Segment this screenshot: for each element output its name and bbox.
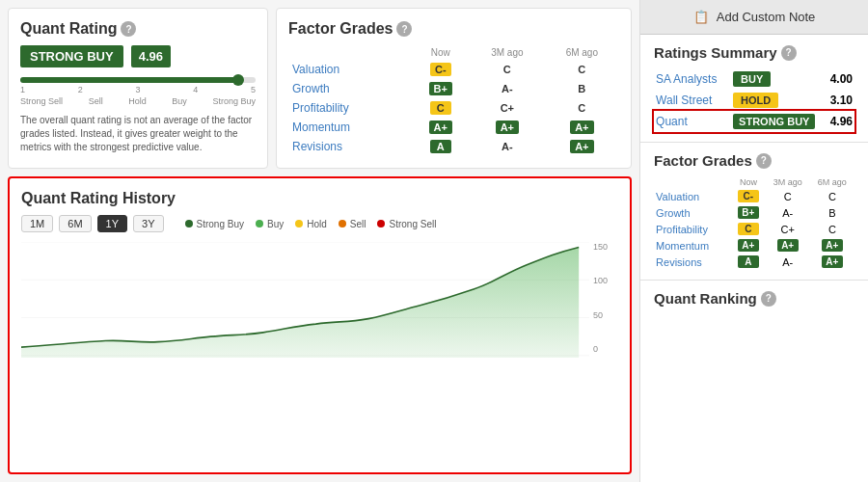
top-row: Quant Rating ? STRONG BUY 4.96 1 2 3	[8, 8, 632, 169]
factor-profitability[interactable]: Profitability	[288, 98, 411, 118]
grade-profit-now: C	[411, 98, 470, 118]
history-chart	[21, 242, 589, 358]
grades-col-6m: 6M ago	[545, 45, 620, 60]
strong-buy-sm-badge: STRONG BUY	[733, 114, 815, 129]
legend-strong-sell: Strong Sell	[377, 219, 436, 229]
main-layout: Quant Rating ? STRONG BUY 4.96 1 2 3	[0, 0, 868, 482]
hold-badge: HOLD	[733, 93, 778, 108]
table-row: Valuation C- C C	[288, 60, 619, 79]
quant-rating-card: Quant Rating ? STRONG BUY 4.96 1 2 3	[8, 8, 268, 169]
right-factor-momentum[interactable]: Momentum	[654, 237, 731, 254]
history-title: Quant Rating History	[21, 190, 618, 207]
grades-header-row: Now 3M ago 6M ago	[288, 45, 619, 60]
quant-badge-cell: STRONG BUY	[731, 111, 826, 132]
sa-analysts-row: SA Analysts BUY 4.00	[654, 68, 854, 90]
rating-slider[interactable]: 1 2 3 4 5 Strong Sell Sell Hold Buy Stro…	[20, 77, 256, 106]
period-1m-button[interactable]: 1M	[21, 215, 53, 232]
factor-growth[interactable]: Growth	[288, 79, 411, 98]
rating-badge-row: STRONG BUY 4.96	[20, 45, 256, 67]
factor-grades-card: Factor Grades ? Now 3M ago 6M ago	[276, 8, 632, 169]
period-6m-button[interactable]: 6M	[59, 215, 91, 232]
ratings-summary-label: Ratings Summary	[654, 44, 777, 61]
ratings-summary-help-icon[interactable]: ?	[781, 45, 797, 61]
hold-dot	[295, 220, 303, 228]
grades-col-3m: 3M ago	[470, 45, 544, 60]
right-factor-profitability[interactable]: Profitability	[654, 221, 731, 237]
add-custom-note-label: Add Custom Note	[717, 10, 816, 24]
table-row: Momentum A+ A+ A+	[288, 118, 619, 137]
grade-growth-6m: B	[545, 79, 620, 98]
ratings-summary-card: Ratings Summary ? SA Analysts BUY 4.00 W…	[640, 35, 868, 143]
quant-rating-title: Quant Rating ?	[20, 20, 256, 38]
table-row: Revisions A A- A+	[654, 254, 854, 270]
grade-growth-now: B+	[411, 79, 470, 98]
quant-ranking-title: Quant Ranking ?	[654, 290, 854, 307]
period-1y-button[interactable]: 1Y	[97, 215, 127, 232]
legend-hold: Hold	[295, 219, 327, 229]
table-row: Growth B+ A- B	[654, 204, 854, 221]
factor-grades-title: Factor Grades ?	[288, 20, 619, 38]
right-column: 📋 Add Custom Note Ratings Summary ? SA A…	[639, 0, 868, 482]
grade-rev-6m: A+	[545, 137, 620, 156]
right-factor-grades-card: Factor Grades ? Now 3M ago 6M ago Valuat…	[640, 143, 868, 281]
slider-thumb	[232, 74, 244, 86]
factor-momentum[interactable]: Momentum	[288, 118, 411, 137]
quant-ranking-label: Quant Ranking	[654, 290, 757, 307]
add-custom-note-button[interactable]: 📋 Add Custom Note	[640, 0, 868, 35]
right-factor-revisions[interactable]: Revisions	[654, 254, 731, 270]
ratings-summary-table: SA Analysts BUY 4.00 Wall Street HOLD 3.…	[654, 68, 854, 132]
right-grades-header: Now 3M ago 6M ago	[654, 176, 854, 188]
grade-rev-now: A	[411, 137, 470, 156]
quant-row: Quant STRONG BUY 4.96	[654, 111, 854, 132]
sa-analysts-score: 4.00	[826, 68, 854, 90]
right-factor-growth[interactable]: Growth	[654, 204, 731, 221]
table-row: Growth B+ A- B	[288, 79, 619, 98]
grade-growth-3m: A-	[470, 79, 544, 98]
grade-val-3m: C	[470, 60, 544, 79]
strong-buy-badge: STRONG BUY	[20, 45, 123, 67]
quant-ranking-card: Quant Ranking ?	[640, 281, 868, 482]
right-factor-grades-help-icon[interactable]: ?	[756, 153, 772, 169]
chart-area: 150 100 50 0	[21, 242, 618, 358]
slider-sublabels: Strong Sell Sell Hold Buy Strong Buy	[20, 96, 256, 106]
quant-label[interactable]: Quant	[654, 111, 731, 132]
sell-dot	[339, 220, 346, 228]
right-factor-valuation[interactable]: Valuation	[654, 188, 731, 204]
grade-profit-3m: C+	[470, 98, 544, 118]
factor-valuation[interactable]: Valuation	[288, 60, 411, 79]
history-controls: 1M 6M 1Y 3Y Strong Buy Buy Hold	[21, 215, 618, 232]
quant-description: The overall quant rating is not an avera…	[20, 114, 256, 154]
sa-analysts-label[interactable]: SA Analysts	[654, 68, 731, 90]
ratings-summary-title: Ratings Summary ?	[654, 44, 854, 61]
factor-revisions[interactable]: Revisions	[288, 137, 411, 156]
table-row: Momentum A+ A+ A+	[654, 237, 854, 254]
grade-mom-now: A+	[411, 118, 470, 137]
factor-grades-help-icon[interactable]: ?	[396, 21, 412, 37]
note-icon: 📋	[693, 10, 709, 24]
quant-rating-help-icon[interactable]: ?	[121, 21, 136, 37]
grades-col-now: Now	[411, 45, 470, 60]
quant-history-card: Quant Rating History 1M 6M 1Y 3Y Strong …	[8, 176, 632, 474]
quant-score-badge: 4.96	[131, 45, 171, 67]
slider-fill	[20, 77, 236, 83]
sa-analysts-badge-cell: BUY	[731, 68, 826, 90]
right-grades-table: Now 3M ago 6M ago Valuation C- C C Growt…	[654, 176, 854, 270]
right-factor-grades-label: Factor Grades	[654, 152, 752, 169]
period-3y-button[interactable]: 3Y	[133, 215, 163, 232]
chart-legend: Strong Buy Buy Hold Sell	[185, 219, 437, 229]
wall-street-label[interactable]: Wall Street	[654, 90, 731, 111]
strong-sell-dot	[377, 220, 385, 228]
strong-buy-dot	[185, 220, 193, 228]
table-row: Valuation C- C C	[654, 188, 854, 204]
factor-grades-label: Factor Grades	[288, 20, 393, 38]
quant-ranking-help-icon[interactable]: ?	[761, 291, 776, 307]
table-row: Profitability C C+ C	[654, 221, 854, 237]
grades-col-factor	[288, 45, 411, 60]
legend-buy: Buy	[256, 219, 284, 229]
right-factor-grades-title: Factor Grades ?	[654, 152, 854, 169]
grade-val-6m: C	[545, 60, 620, 79]
buy-badge: BUY	[733, 71, 771, 87]
table-row: Revisions A A- A+	[288, 137, 619, 156]
buy-dot	[256, 220, 263, 228]
wall-street-badge-cell: HOLD	[731, 90, 826, 111]
